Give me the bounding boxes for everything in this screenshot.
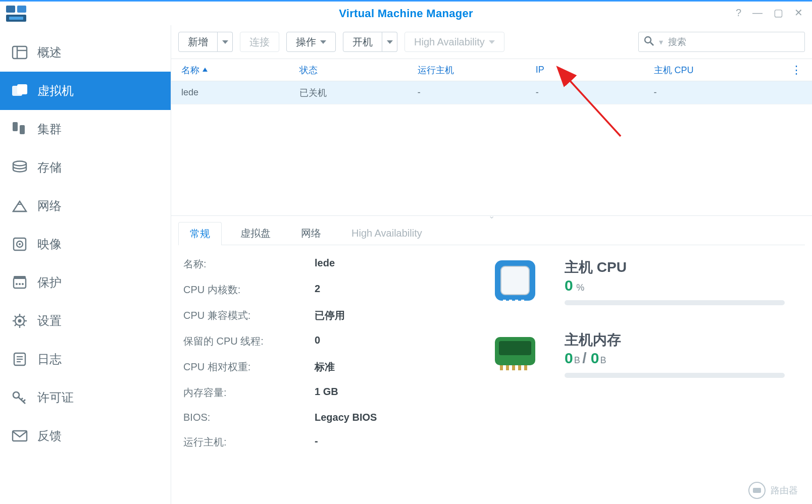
svg-rect-0 — [6, 6, 15, 13]
maximize-icon[interactable]: ▢ — [774, 8, 783, 18]
ha-label: High Availability — [414, 36, 485, 48]
cpu-icon — [492, 257, 552, 306]
kv-bios-key: BIOS: — [183, 412, 315, 423]
kv-name-key: 名称: — [183, 257, 315, 271]
col-status[interactable]: 状态 — [299, 64, 418, 76]
svg-rect-1 — [17, 6, 26, 13]
sidebar-item-cluster[interactable]: 集群 — [0, 110, 171, 148]
cell-ip: - — [536, 87, 654, 98]
svg-point-23 — [18, 319, 22, 323]
table-more-icon[interactable]: ⋮ — [782, 64, 802, 77]
close-icon[interactable]: ✕ — [794, 8, 803, 18]
sidebar-item-settings[interactable]: 设置 — [0, 302, 171, 340]
svg-rect-4 — [13, 46, 27, 59]
storage-icon — [12, 160, 27, 175]
kv-name-val: lede — [315, 257, 477, 271]
svg-rect-44 — [509, 300, 512, 303]
sidebar-item-label: 日志 — [37, 351, 62, 367]
kv-bios-val: Legacy BIOS — [315, 412, 477, 423]
svg-rect-53 — [524, 365, 527, 370]
tab-vdisk[interactable]: 虚拟盘 — [229, 221, 282, 245]
sidebar-item-license[interactable]: 许可证 — [0, 378, 171, 417]
col-ip[interactable]: IP — [536, 65, 654, 75]
svg-rect-43 — [503, 300, 506, 303]
svg-point-19 — [16, 283, 18, 285]
sidebar-item-label: 保护 — [37, 274, 62, 291]
tab-general[interactable]: 常规 — [178, 222, 222, 245]
poweron-button-group: 开机 — [343, 32, 397, 52]
panel-collapse-handle[interactable]: ⌄ — [488, 211, 495, 220]
network-icon — [12, 198, 27, 213]
search-input[interactable] — [668, 37, 799, 47]
add-dropdown-caret[interactable] — [218, 32, 233, 52]
svg-line-30 — [23, 316, 25, 318]
poweron-dropdown-caret[interactable] — [382, 32, 397, 52]
chevron-down-icon — [320, 40, 326, 44]
mem-total-value: 0 — [591, 350, 599, 366]
svg-rect-48 — [499, 341, 531, 355]
cell-host: - — [418, 87, 536, 98]
kv-compat-key: CPU 兼容模式: — [183, 309, 315, 322]
overview-icon — [12, 45, 27, 60]
kv-mem-key: 内存容量: — [183, 386, 315, 400]
col-name[interactable]: 名称 — [181, 64, 299, 76]
cpu-unit: % — [576, 283, 584, 293]
sidebar-item-log[interactable]: 日志 — [0, 340, 171, 378]
table-row[interactable]: lede 已关机 - - - — [171, 81, 812, 104]
svg-point-38 — [645, 37, 651, 43]
svg-point-11 — [13, 161, 26, 166]
col-hostcpu[interactable]: 主机 CPU — [654, 64, 782, 76]
minimize-icon[interactable]: — — [752, 8, 763, 18]
sidebar-item-label: 反馈 — [37, 428, 62, 444]
sidebar-item-storage[interactable]: 存储 — [0, 148, 171, 187]
sidebar-item-label: 存储 — [37, 159, 62, 176]
sidebar-item-feedback[interactable]: 反馈 — [0, 417, 171, 455]
watermark-text: 路由器 — [771, 484, 798, 496]
kv-compat-val: 已停用 — [315, 309, 477, 322]
kv-cores-val: 2 — [315, 283, 477, 297]
mem-total-unit: B — [600, 355, 606, 365]
sidebar-item-protection[interactable]: 保护 — [0, 263, 171, 302]
sidebar-item-overview[interactable]: 概述 — [0, 33, 171, 72]
kv-host-val: - — [315, 435, 477, 449]
ha-button[interactable]: High Availability — [404, 32, 504, 52]
connect-button[interactable]: 连接 — [240, 32, 279, 52]
details-panel: ⌄ 常规 虚拟盘 网络 High Availability 名称: lede C… — [171, 215, 812, 504]
svg-point-21 — [22, 283, 24, 285]
log-icon — [12, 352, 27, 367]
col-host[interactable]: 运行主机 — [418, 64, 536, 76]
sidebar-item-image[interactable]: 映像 — [0, 225, 171, 263]
toolbar: 新增 连接 操作 开机 High Availability — [171, 25, 812, 59]
image-icon — [12, 237, 27, 252]
mem-used-value: 0 — [565, 350, 573, 366]
key-icon — [12, 390, 27, 405]
tab-ha[interactable]: High Availability — [340, 221, 434, 245]
cell-hostcpu: - — [654, 87, 782, 98]
detail-kv: 名称: lede CPU 内核数: 2 CPU 兼容模式: 已停用 保留的 CP… — [183, 257, 477, 449]
sidebar-item-vm[interactable]: 虚拟机 — [0, 72, 171, 110]
kv-cores-key: CPU 内核数: — [183, 283, 315, 297]
svg-line-28 — [15, 316, 17, 318]
poweron-button[interactable]: 开机 — [343, 32, 382, 52]
add-button[interactable]: 新增 — [178, 32, 218, 52]
tab-network[interactable]: 网络 — [289, 221, 333, 245]
chevron-down-icon — [387, 40, 393, 44]
sidebar-item-label: 网络 — [37, 198, 62, 214]
cpu-card: 主机 CPU 0 % — [492, 257, 785, 306]
help-icon[interactable]: ? — [736, 8, 741, 18]
sidebar-item-label: 概述 — [37, 44, 62, 61]
search-box[interactable]: ▾ — [638, 32, 805, 52]
memory-card-title: 主机内存 — [565, 330, 785, 350]
memory-icon — [492, 330, 552, 378]
svg-rect-3 — [9, 17, 23, 20]
svg-rect-18 — [14, 276, 26, 279]
sidebar-item-network[interactable]: 网络 — [0, 187, 171, 225]
svg-rect-46 — [521, 300, 524, 303]
cpu-value: 0 — [565, 277, 573, 294]
search-icon — [644, 36, 654, 48]
action-button[interactable]: 操作 — [286, 32, 336, 52]
vm-table: 名称 状态 运行主机 IP 主机 CPU ⋮ lede 已关机 - - - — [171, 59, 812, 104]
svg-rect-51 — [512, 365, 515, 370]
sidebar-item-label: 许可证 — [37, 389, 74, 406]
app-icon — [6, 6, 26, 22]
